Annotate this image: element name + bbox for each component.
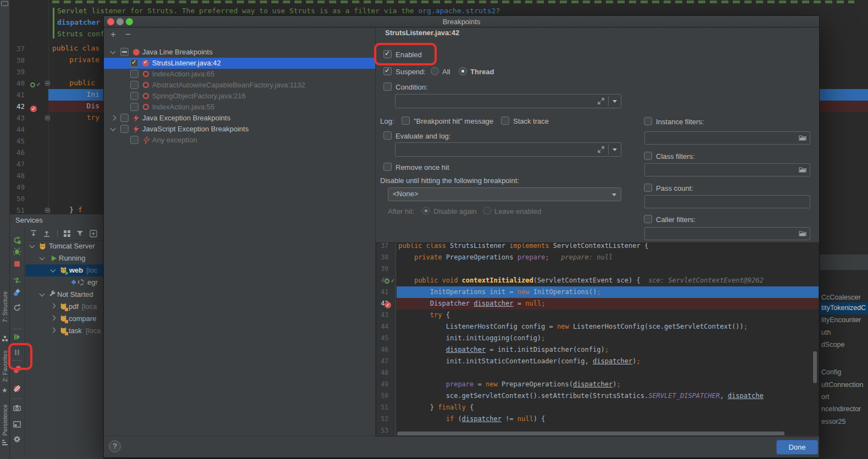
layout-icon[interactable]	[13, 420, 21, 429]
expand-all-icon[interactable]	[29, 229, 38, 238]
tree-row-indexaction-65[interactable]: IndexAction.java:65	[104, 69, 375, 80]
pass-count-checkbox[interactable]	[644, 184, 652, 192]
tree-row-java-line-breakpoints[interactable]: Java Line Breakpoints	[104, 47, 375, 58]
add-service-icon[interactable]	[89, 229, 98, 238]
tree-row-abstractautowire[interactable]: AbstractAutowireCapableBeanFactory.java:…	[104, 80, 375, 91]
service-row-tomcat-server[interactable]: Tomcat Server	[10, 240, 103, 252]
remove-once-checkbox[interactable]	[383, 163, 392, 171]
chevron-down-icon[interactable]	[613, 148, 617, 151]
checkbox[interactable]	[130, 81, 138, 89]
checkbox[interactable]	[120, 48, 129, 56]
fold-marker[interactable]	[45, 115, 50, 120]
checkbox[interactable]	[130, 92, 138, 100]
chevron-right-icon[interactable]	[111, 115, 116, 121]
suspend-checkbox[interactable]	[383, 67, 392, 75]
chevron-right-icon[interactable]	[51, 328, 56, 333]
checkbox[interactable]	[130, 70, 138, 78]
checkbox[interactable]	[130, 59, 138, 67]
javadoc-link[interactable]: org.apache.struts2	[418, 7, 496, 15]
service-row-task[interactable]: task [loca	[10, 325, 103, 337]
instance-filters-checkbox[interactable]	[644, 117, 652, 125]
add-breakpoint-button[interactable]: +	[110, 30, 116, 39]
evaluate-checkbox[interactable]	[383, 131, 392, 140]
chevron-down-icon[interactable]	[613, 100, 617, 103]
list-item[interactable]: lityEncounter	[821, 316, 861, 324]
disable-until-combo[interactable]: <None>	[388, 187, 621, 201]
suspend-all-radio[interactable]	[431, 67, 439, 75]
service-row-egr[interactable]: egr	[10, 276, 103, 289]
expand-icon[interactable]	[598, 98, 604, 104]
fold-marker[interactable]	[45, 81, 50, 86]
implement-gutter-icon[interactable]	[385, 279, 390, 284]
folder-icon[interactable]	[799, 230, 806, 237]
implement-gutter-icon[interactable]	[30, 82, 35, 87]
list-item[interactable]: Config	[821, 368, 841, 376]
chevron-down-icon[interactable]	[110, 126, 116, 131]
remove-breakpoint-button[interactable]: −	[125, 30, 131, 39]
done-button[interactable]: Done	[776, 440, 818, 455]
chevron-down-icon[interactable]	[30, 243, 35, 248]
caller-filters-checkbox[interactable]	[644, 215, 652, 223]
checkbox[interactable]	[120, 114, 129, 122]
class-filters-checkbox[interactable]	[644, 152, 652, 160]
list-item[interactable]: ultConnection	[821, 381, 863, 389]
class-filters-input[interactable]	[644, 163, 810, 176]
settings-gear-icon[interactable]	[13, 435, 21, 444]
service-row-running[interactable]: Running	[10, 252, 103, 264]
disable-again-radio[interactable]	[422, 207, 430, 215]
checkbox[interactable]	[130, 103, 138, 111]
leave-enabled-radio[interactable]	[483, 207, 491, 215]
tree-row-indexaction-55[interactable]: IndexAction.java:55	[104, 102, 375, 113]
expand-icon[interactable]	[598, 146, 604, 153]
pass-count-input[interactable]	[644, 195, 810, 208]
chevron-down-icon[interactable]	[51, 267, 56, 273]
suspend-thread-radio[interactable]	[459, 67, 467, 75]
log-message-checkbox[interactable]	[402, 117, 410, 125]
list-item[interactable]: CcCoalescer	[821, 294, 861, 301]
instance-filters-input[interactable]	[644, 131, 810, 145]
condition-input[interactable]	[395, 94, 621, 108]
chevron-right-icon[interactable]	[51, 303, 56, 309]
checkbox[interactable]	[130, 136, 138, 144]
service-row-pdf[interactable]: pdf [loca	[10, 301, 103, 313]
mute-breakpoints-icon[interactable]	[13, 384, 21, 393]
tree-row-springobjectfactory[interactable]: SpringObjectFactory.java:216	[104, 91, 375, 102]
list-item[interactable]: uth	[821, 329, 831, 336]
javadoc-code-ref[interactable]: dispatcher	[57, 18, 100, 26]
window-menu-icon[interactable]	[1, 1, 8, 6]
breakpoint-gutter-icon[interactable]: ✓	[385, 302, 391, 308]
dialog-titlebar[interactable]: Breakpoints	[104, 16, 819, 27]
list-item[interactable]: tityTokenizedC	[821, 304, 866, 312]
list-item[interactable]: dScope	[821, 341, 844, 349]
fold-marker[interactable]	[45, 208, 50, 213]
service-row-web[interactable]: web [loc	[10, 264, 103, 276]
stack-trace-checkbox[interactable]	[501, 117, 509, 125]
tree-row-any-exception[interactable]: Any exception	[104, 135, 375, 146]
folder-icon[interactable]	[799, 167, 806, 173]
toolwindow-tab-structure[interactable]: 7: Structure	[2, 276, 8, 337]
group-by-icon[interactable]	[63, 229, 71, 238]
vertical-scrollbar[interactable]	[813, 351, 817, 383]
list-item[interactable]: ort	[821, 393, 830, 401]
help-button[interactable]: ?	[109, 440, 121, 452]
caller-filters-input[interactable]	[644, 227, 810, 240]
list-item[interactable]: nceIndirector	[821, 405, 861, 413]
condition-checkbox[interactable]	[383, 82, 392, 91]
list-item[interactable]: essor25	[821, 418, 845, 425]
collapse-all-icon[interactable]	[42, 229, 51, 238]
service-row-compare[interactable]: compare	[10, 313, 103, 325]
chevron-down-icon[interactable]	[40, 255, 45, 261]
tree-row-strutslistener[interactable]: StrutsListener.java:42	[104, 58, 375, 69]
chevron-right-icon[interactable]	[51, 316, 56, 321]
service-row-not-started[interactable]: Not Started	[10, 289, 103, 301]
tree-row-javascript-exception[interactable]: JavaScript Exception Breakpoints	[104, 124, 375, 135]
folder-icon[interactable]	[799, 135, 806, 141]
checkbox[interactable]	[120, 125, 129, 133]
evaluate-input[interactable]	[395, 142, 621, 157]
tree-row-java-exception[interactable]: Java Exception Breakpoints	[104, 113, 375, 124]
chevron-down-icon[interactable]	[110, 49, 116, 54]
filter-icon[interactable]	[76, 229, 85, 238]
screenshot-icon[interactable]	[13, 403, 21, 412]
chevron-down-icon[interactable]	[40, 291, 45, 297]
breakpoint-gutter-icon[interactable]: ✓	[30, 106, 37, 112]
